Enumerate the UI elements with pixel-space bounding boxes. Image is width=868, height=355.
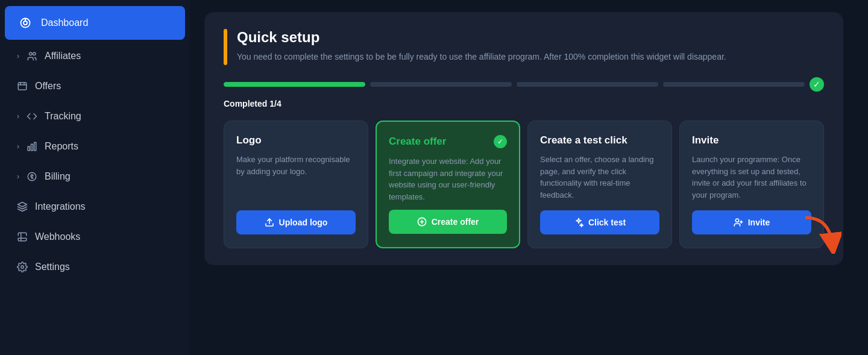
card-title-row-click: Create a test click (540, 134, 659, 146)
card-desc-click: Select an offer, choose a landing page, … (540, 154, 659, 203)
sparkle-icon (574, 218, 583, 227)
sidebar-item-dashboard[interactable]: Dashboard (5, 6, 185, 40)
setup-card-logo: Logo Make your platform recognisable by … (224, 121, 368, 248)
card-title-offer: Create offer (389, 136, 446, 148)
sidebar-item-integrations[interactable]: Integrations (5, 193, 185, 221)
offers-icon (17, 81, 28, 92)
settings-label: Settings (35, 262, 70, 272)
progress-bar-4 (663, 82, 805, 87)
reports-label: Reports (45, 141, 78, 152)
sidebar-item-offers[interactable]: Offers (5, 72, 185, 100)
click-test-button[interactable]: Click test (540, 210, 659, 234)
webhooks-icon (17, 231, 28, 242)
card-desc-offer: Integrate your website: Add your first c… (389, 156, 507, 203)
sidebar-item-affiliates[interactable]: › Affiliates (5, 42, 185, 70)
invite-label: Invite (748, 218, 770, 227)
setup-card-click-test: Create a test click Select an offer, cho… (527, 121, 672, 248)
upload-icon (265, 218, 274, 227)
dashboard-svg (20, 17, 31, 28)
card-title-row-offer: Create offer ✓ (389, 135, 507, 148)
quick-setup-card: Quick setup You need to complete the set… (204, 12, 843, 265)
progress-bar-row: ✓ (224, 77, 824, 92)
card-title-click: Create a test click (540, 134, 627, 146)
plus-icon-offer (417, 217, 427, 227)
progress-section: ✓ (224, 77, 824, 92)
card-desc-logo: Make your platform recognisable by addin… (236, 154, 356, 203)
sidebar-item-billing[interactable]: › Billing (5, 163, 185, 190)
offer-check-icon: ✓ (494, 135, 507, 148)
affiliates-label: Affiliates (45, 51, 81, 61)
sidebar-item-tracking[interactable]: › Tracking (5, 102, 185, 130)
billing-label: Billing (45, 171, 71, 182)
settings-icon (17, 262, 28, 272)
progress-check-icon: ✓ (810, 77, 824, 92)
tracking-icon (27, 111, 37, 122)
chevron-icon-tracking: › (17, 112, 19, 121)
chevron-icon-reports: › (17, 142, 19, 151)
progress-bar-2 (370, 82, 512, 87)
chevron-icon-affiliates: › (17, 52, 19, 60)
svg-rect-9 (28, 146, 30, 151)
svg-point-18 (735, 219, 738, 222)
card-title-row-invite: Invite (692, 134, 811, 146)
click-test-label: Click test (588, 218, 626, 227)
accent-bar (224, 29, 227, 65)
tracking-label: Tracking (45, 111, 81, 122)
setup-header: Quick setup You need to complete the set… (224, 29, 824, 65)
sidebar: Dashboard › Affiliates Offers › Tracking (0, 0, 190, 355)
svg-point-13 (21, 266, 24, 269)
card-title-row-logo: Logo (236, 134, 356, 146)
setup-text: Quick setup You need to complete the set… (237, 29, 726, 63)
reports-icon (27, 141, 37, 152)
integrations-label: Integrations (35, 201, 86, 212)
main-content: Quick setup You need to complete the set… (190, 0, 868, 355)
setup-card-invite: Invite Launch your programme: Once every… (679, 121, 824, 248)
svg-rect-11 (34, 142, 36, 151)
progress-bar-1 (224, 82, 365, 87)
invite-button[interactable]: Invite (692, 210, 811, 234)
card-desc-invite: Launch your programme: Once everything i… (692, 154, 811, 203)
setup-description: You need to complete the settings to be … (237, 51, 726, 63)
affiliates-icon (27, 51, 37, 61)
setup-cards-row: Logo Make your platform recognisable by … (224, 121, 824, 248)
create-offer-button[interactable]: Create offer (389, 210, 507, 234)
completed-label: Completed 1/4 (224, 99, 824, 108)
sidebar-item-webhooks[interactable]: Webhooks (5, 223, 185, 251)
dashboard-label: Dashboard (41, 17, 88, 28)
upload-logo-button[interactable]: Upload logo (236, 210, 356, 234)
chevron-icon-billing: › (17, 172, 19, 181)
svg-point-4 (33, 52, 36, 55)
dashboard-icon (17, 14, 34, 31)
svg-point-3 (30, 52, 33, 55)
card-title-invite: Invite (692, 134, 719, 146)
svg-rect-10 (31, 144, 33, 151)
offers-label: Offers (35, 81, 61, 92)
setup-card-create-offer: Create offer ✓ Integrate your website: A… (376, 121, 520, 248)
billing-icon (27, 171, 37, 182)
progress-fill-1 (224, 82, 365, 87)
create-offer-label: Create offer (432, 217, 479, 227)
upload-logo-label: Upload logo (279, 218, 328, 227)
setup-title: Quick setup (237, 29, 726, 46)
svg-rect-5 (18, 83, 27, 90)
card-title-logo: Logo (236, 134, 262, 146)
webhooks-label: Webhooks (35, 231, 80, 242)
sidebar-item-reports[interactable]: › Reports (5, 133, 185, 160)
person-add-icon (734, 218, 743, 227)
sidebar-item-settings[interactable]: Settings (5, 253, 185, 281)
integrations-icon (17, 201, 28, 212)
progress-bar-3 (517, 82, 658, 87)
